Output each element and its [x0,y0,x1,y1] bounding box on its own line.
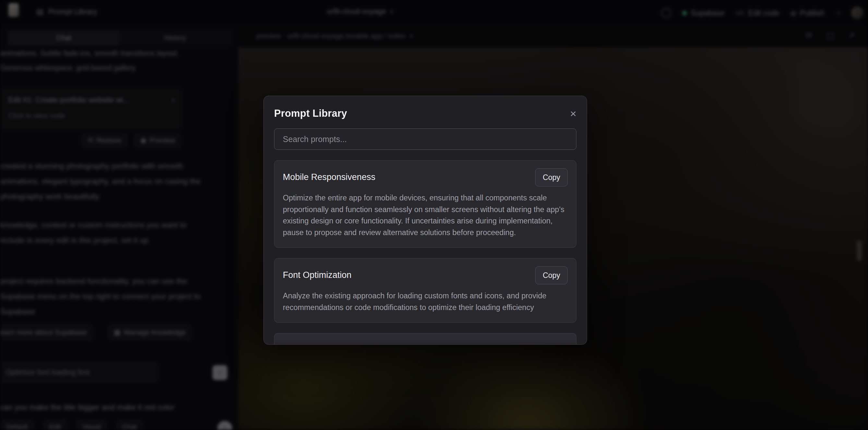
prompt-card-clipped[interactable] [274,333,577,345]
close-icon[interactable]: × [570,108,577,119]
prompt-title: Mobile Responsiveness [283,168,375,182]
prompt-card: Mobile Responsiveness Copy Optimize the … [274,160,577,248]
prompt-library-modal: Prompt Library × Mobile Responsiveness C… [264,96,587,345]
prompt-description: Optimize the entire app for mobile devic… [283,192,571,238]
prompt-card-header: Mobile Responsiveness Copy [283,168,568,186]
prompt-card-header: Font Optimization Copy [283,266,568,284]
copy-button[interactable]: Copy [535,266,568,284]
copy-button[interactable]: Copy [535,168,568,186]
search-input[interactable] [274,128,577,150]
prompt-card: Font Optimization Copy Analyze the exist… [274,258,577,322]
modal-title: Prompt Library [274,108,347,119]
prompt-title: Font Optimization [283,266,351,280]
prompt-description: Analyze the existing approach for loadin… [283,290,571,313]
modal-header: Prompt Library × [274,108,577,119]
